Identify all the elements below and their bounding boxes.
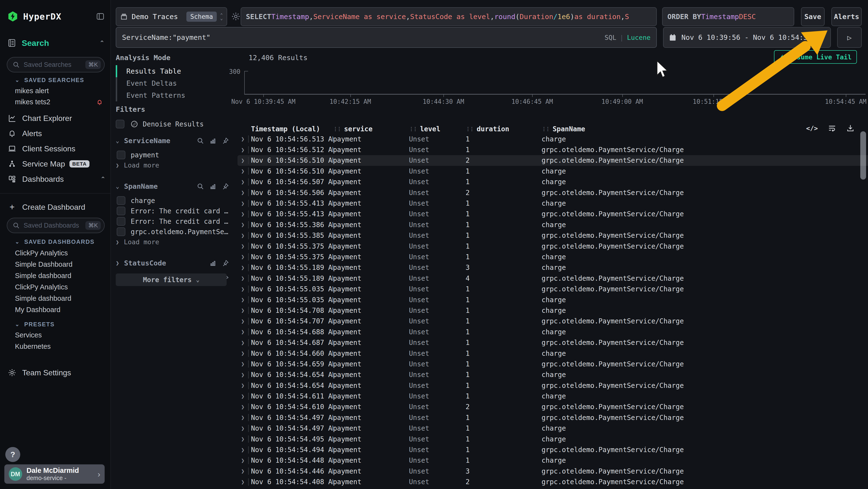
table-row[interactable]: ❯Nov 6 10:54:55.035 AMpaymentUnset1grpc.… xyxy=(238,284,868,294)
table-row[interactable]: ❯Nov 6 10:54:54.494 AMpaymentUnset1grpc.… xyxy=(238,444,868,455)
table-row[interactable]: ❯Nov 6 10:54:54.654 AMpaymentUnset1charg… xyxy=(238,370,868,380)
expand-row-icon[interactable]: ❯ xyxy=(238,189,248,196)
expand-row-icon[interactable]: ❯ xyxy=(238,436,248,442)
saved-searches-input[interactable]: Saved Searches ⌘K xyxy=(7,57,105,73)
help-button[interactable]: ? xyxy=(5,447,20,462)
expand-row-icon[interactable]: ❯ xyxy=(238,168,248,174)
sidebar-item-client-sessions[interactable]: Client Sessions xyxy=(7,142,105,155)
expand-row-icon[interactable]: ❯ xyxy=(238,414,248,421)
alerts-button[interactable]: Alerts xyxy=(831,7,862,26)
table-row[interactable]: ❯Nov 6 10:54:54.408 AMpaymentUnset2grpc.… xyxy=(238,477,868,487)
filter-option[interactable]: grpc.oteldemo.PaymentSe… xyxy=(117,227,229,236)
drag-handle-icon[interactable]: ⋮⋮ xyxy=(466,126,473,132)
pin-icon[interactable] xyxy=(222,137,229,144)
presets-section[interactable]: ⌄ PRESETS xyxy=(15,321,55,328)
expand-row-icon[interactable]: ❯ xyxy=(238,136,248,142)
saved-dashboard-item[interactable]: Simple dashboard xyxy=(15,272,71,280)
expand-row-icon[interactable]: ❯ xyxy=(238,200,248,207)
expand-row-icon[interactable]: ❯ xyxy=(238,328,248,335)
filter-checkbox[interactable] xyxy=(117,217,125,226)
drag-handle-icon[interactable]: ⋮⋮ xyxy=(541,126,549,132)
filter-option[interactable]: Error: The credit card … xyxy=(117,207,229,215)
sidebar-item-alerts[interactable]: Alerts xyxy=(7,127,105,140)
expand-row-icon[interactable]: ❯ xyxy=(238,404,248,410)
saved-dashboard-item[interactable]: My Dashboard xyxy=(15,306,61,314)
table-row[interactable]: ❯Nov 6 10:54:56.507 AMpaymentUnset1charg… xyxy=(238,177,868,187)
expand-row-icon[interactable]: ❯ xyxy=(238,296,248,303)
mode-sql-toggle[interactable]: SQL xyxy=(604,34,616,41)
saved-dashboard-item[interactable]: Simple dashboard xyxy=(15,294,71,303)
bar-chart-icon[interactable] xyxy=(209,137,217,144)
sql-select-input[interactable]: SELECT Timestamp, ServiceName as service… xyxy=(241,7,657,26)
sidebar-item-dashboards[interactable]: Dashboards⌃ xyxy=(7,172,105,186)
filter-checkbox[interactable] xyxy=(117,151,125,159)
search-icon[interactable] xyxy=(197,137,204,144)
table-row[interactable]: ❯Nov 6 10:54:55.413 AMpaymentUnset1grpc.… xyxy=(238,209,868,220)
results-histogram[interactable]: 300 Nov 6 10:39:45 AM10:42:15 AM10:44:30… xyxy=(245,71,866,94)
mode-lucene-toggle[interactable]: Lucene xyxy=(627,34,651,41)
table-row[interactable]: ❯Nov 6 10:54:55.386 AMpaymentUnset1charg… xyxy=(238,220,868,230)
run-query-button[interactable]: ▷ xyxy=(837,27,862,48)
expand-row-icon[interactable]: ❯ xyxy=(238,393,248,400)
table-row[interactable]: ❯Nov 6 10:54:55.189 AMpaymentUnset4grpc.… xyxy=(238,273,868,284)
column-header-service[interactable]: ⋮⋮service xyxy=(333,125,409,133)
pin-icon[interactable] xyxy=(222,183,229,190)
search-icon[interactable] xyxy=(197,183,204,190)
expand-row-icon[interactable]: ❯ xyxy=(238,157,248,164)
expand-row-icon[interactable]: ❯ xyxy=(238,371,248,378)
more-filters-button[interactable]: More filters ⌄ xyxy=(116,274,227,286)
filter-group-statuscode[interactable]: ❯StatusCode xyxy=(116,259,229,267)
table-row[interactable]: ❯Nov 6 10:54:54.688 AMpaymentUnset1charg… xyxy=(238,326,868,337)
user-menu[interactable]: DM Dale McDiarmid demo-service - › xyxy=(4,464,105,484)
drag-handle-icon[interactable]: ⋮⋮ xyxy=(333,126,341,132)
table-row[interactable]: ❯Nov 6 10:54:54.446 AMpaymentUnset3grpc.… xyxy=(238,466,868,477)
bar-chart-icon[interactable] xyxy=(209,183,217,190)
resume-live-tail-button[interactable]: Resume Live Tail xyxy=(774,50,857,64)
filter-checkbox[interactable] xyxy=(117,227,125,236)
load-more-button[interactable]: ❯Load more xyxy=(116,162,159,169)
pin-icon[interactable] xyxy=(222,259,229,267)
table-row[interactable]: ❯Nov 6 10:54:55.035 AMpaymentUnset1charg… xyxy=(238,294,868,305)
expand-row-icon[interactable]: ❯ xyxy=(238,468,248,474)
source-settings-button[interactable] xyxy=(231,11,241,21)
table-row[interactable]: ❯Nov 6 10:54:54.611 AMpaymentUnset1charg… xyxy=(238,391,868,401)
team-settings-button[interactable]: Team Settings xyxy=(7,366,105,379)
time-range-picker[interactable]: Nov 6 10:39:56 - Nov 6 10:54:56 xyxy=(663,27,831,48)
table-row[interactable]: ❯Nov 6 10:54:54.495 AMpaymentUnset1charg… xyxy=(238,434,868,444)
sidebar-item-service-map[interactable]: Service MapBETA xyxy=(7,157,105,171)
expand-row-icon[interactable]: ❯ xyxy=(238,339,248,346)
saved-dashboard-item[interactable]: Simple Dashboard xyxy=(15,260,72,268)
filter-group-spanname[interactable]: ⌄SpanName xyxy=(116,182,229,191)
expand-row-icon[interactable]: ❯ xyxy=(238,382,248,389)
table-row[interactable]: ❯Nov 6 10:54:55.189 AMpaymentUnset3charg… xyxy=(238,262,868,273)
create-dashboard-button[interactable]: + Create Dashboard xyxy=(7,200,105,214)
filter-option[interactable]: payment xyxy=(117,151,229,159)
column-header-spanname[interactable]: ⋮⋮SpanName xyxy=(541,125,868,133)
table-row[interactable]: ❯Nov 6 10:54:54.708 AMpaymentUnset1charg… xyxy=(238,305,868,316)
sidebar-item-chart-explorer[interactable]: Chart Explorer xyxy=(7,112,105,125)
table-row[interactable]: ❯Nov 6 10:54:55.413 AMpaymentUnset1charg… xyxy=(238,198,868,208)
expand-row-icon[interactable]: ❯ xyxy=(238,179,248,185)
table-row[interactable]: ❯Nov 6 10:54:54.610 AMpaymentUnset2grpc.… xyxy=(238,402,868,412)
table-row[interactable]: ❯Nov 6 10:54:54.448 AMpaymentUnset1charg… xyxy=(238,455,868,466)
filter-checkbox[interactable] xyxy=(117,196,125,205)
expand-row-icon[interactable]: ❯ xyxy=(238,243,248,250)
expand-row-icon[interactable]: ❯ xyxy=(238,232,248,239)
filter-group-servicename[interactable]: ⌄ServiceName xyxy=(116,137,229,145)
table-row[interactable]: ❯Nov 6 10:54:54.654 AMpaymentUnset1grpc.… xyxy=(238,380,868,391)
saved-dashboards-input[interactable]: Saved Dashboards ⌘K xyxy=(7,218,105,233)
preset-item[interactable]: Services xyxy=(15,331,42,339)
table-row[interactable]: ❯Nov 6 10:54:54.707 AMpaymentUnset1grpc.… xyxy=(238,316,868,326)
table-row[interactable]: ❯Nov 6 10:54:54.660 AMpaymentUnset1charg… xyxy=(238,348,868,359)
filter-checkbox[interactable] xyxy=(117,207,125,215)
table-row[interactable]: ❯Nov 6 10:54:55.375 AMpaymentUnset1grpc.… xyxy=(238,241,868,252)
table-row[interactable]: ❯Nov 6 10:54:56.513 AMpaymentUnset1charg… xyxy=(238,134,868,144)
table-row[interactable]: ❯Nov 6 10:54:56.506 AMpaymentUnset2grpc.… xyxy=(238,187,868,198)
saved-searches-section[interactable]: ⌄ SAVED SEARCHES xyxy=(15,77,84,84)
column-header-level[interactable]: ⋮⋮level xyxy=(409,125,466,133)
table-row[interactable]: ❯Nov 6 10:54:55.385 AMpaymentUnset1grpc.… xyxy=(238,230,868,241)
analysis-mode-event-patterns[interactable]: Event Patterns xyxy=(116,89,185,102)
search-query-input[interactable]: ServiceName:"payment" SQL | Lucene xyxy=(116,27,657,48)
expand-row-icon[interactable]: ❯ xyxy=(238,447,248,453)
expand-row-icon[interactable]: ❯ xyxy=(238,221,248,228)
